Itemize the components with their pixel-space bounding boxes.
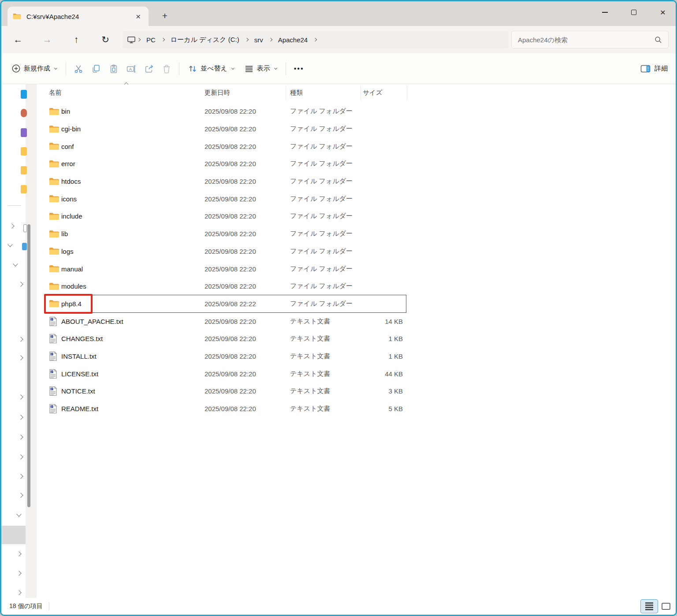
table-row[interactable]: htdocs2025/09/08 22:20ファイル フォルダー (45, 173, 406, 190)
search-icon (655, 36, 662, 44)
search-input[interactable] (518, 36, 655, 44)
explorer-window: C:¥srv¥Apache24 × + × ← → ↑ ↻ PCローカル ディス… (0, 0, 677, 616)
details-pane-button[interactable]: 詳細 (640, 64, 668, 73)
tab-current-folder[interactable]: C:¥srv¥Apache24 × (7, 7, 149, 26)
table-row[interactable]: include2025/09/08 22:20ファイル フォルダー (45, 208, 406, 225)
file-size: 1 KB (388, 335, 403, 342)
chevron-right-icon[interactable] (18, 415, 23, 419)
table-row[interactable]: php8.42025/09/08 22:22ファイル フォルダー (45, 295, 406, 313)
chevron-right-icon[interactable] (18, 337, 23, 341)
more-options-button[interactable]: ••• (290, 65, 309, 73)
breadcrumb-item[interactable]: PC (142, 36, 160, 44)
breadcrumb-item[interactable]: Apache24 (274, 36, 312, 44)
sidebar-item-icon[interactable] (23, 224, 27, 232)
refresh-button[interactable]: ↻ (97, 32, 113, 47)
table-row[interactable]: lib2025/09/08 22:20ファイル フォルダー (45, 225, 406, 243)
sidebar-folder-icon[interactable] (21, 185, 27, 193)
chevron-down-icon (54, 66, 57, 69)
new-tab-button[interactable]: + (158, 9, 171, 22)
chevron-down-icon[interactable] (7, 242, 12, 247)
chevron-right-icon[interactable] (18, 474, 23, 479)
chevron-right-icon[interactable] (16, 590, 21, 595)
view-button[interactable]: 表示 (239, 60, 282, 78)
column-header-name[interactable]: 名前 (49, 89, 62, 97)
breadcrumb-item[interactable]: srv (250, 36, 268, 44)
chevron-right-icon[interactable] (16, 551, 21, 556)
chevron-down-icon[interactable] (13, 261, 18, 266)
chevron-right-icon[interactable] (9, 223, 14, 228)
chevron-right-icon[interactable] (18, 355, 23, 360)
column-header-type[interactable]: 種類 (290, 89, 303, 97)
table-row[interactable]: README.txt2025/09/08 22:20テキスト文書5 KB (45, 400, 406, 418)
table-row[interactable]: error2025/09/08 22:20ファイル フォルダー (45, 155, 406, 173)
chevron-right-icon[interactable] (18, 493, 23, 497)
chevron-right-icon[interactable] (18, 394, 23, 399)
thumbnail-view-toggle[interactable] (662, 603, 670, 610)
chevron-right-icon[interactable] (18, 434, 23, 439)
table-row[interactable]: icons2025/09/08 22:20ファイル フォルダー (45, 190, 406, 208)
tab-title: C:¥srv¥Apache24 (26, 13, 136, 20)
share-button[interactable] (140, 60, 158, 78)
column-divider[interactable] (286, 85, 286, 100)
file-type: ファイル フォルダー (290, 247, 353, 256)
chevron-right-icon[interactable] (16, 571, 21, 575)
table-row[interactable]: manual2025/09/08 22:20ファイル フォルダー (45, 260, 406, 278)
chevron-down-icon (231, 66, 234, 69)
sidebar-item-hover[interactable] (1, 526, 26, 544)
file-date-modified: 2025/09/08 22:20 (205, 248, 256, 255)
chevron-right-icon[interactable] (18, 454, 23, 459)
chevron-right-icon[interactable] (313, 38, 317, 41)
cut-button[interactable] (70, 60, 87, 78)
chevron-right-icon[interactable] (245, 38, 248, 41)
sidebar-folder-icon[interactable] (21, 147, 27, 156)
column-header-size[interactable]: サイズ (363, 89, 383, 97)
table-row[interactable]: NOTICE.txt2025/09/08 22:20テキスト文書3 KB (45, 382, 406, 400)
chevron-right-icon[interactable] (18, 282, 23, 286)
details-view-toggle-active[interactable] (640, 599, 658, 613)
new-item-button[interactable]: 新規作成 (7, 60, 62, 78)
breadcrumb-item[interactable]: ローカル ディスク (C:) (166, 36, 244, 44)
column-header-date[interactable]: 更新日時 (205, 89, 230, 97)
paste-button[interactable] (105, 60, 123, 78)
table-row[interactable]: LICENSE.txt2025/09/08 22:20テキスト文書44 KB (45, 365, 406, 382)
table-row[interactable]: CHANGES.txt2025/09/08 22:20テキスト文書1 KB (45, 330, 406, 348)
trash-icon (162, 64, 171, 74)
file-date-modified: 2025/09/08 22:22 (205, 300, 256, 308)
sidebar-item-icon[interactable] (21, 109, 27, 117)
close-button[interactable]: × (658, 7, 668, 17)
column-divider[interactable] (361, 85, 361, 100)
sidebar-item-icon[interactable] (21, 90, 27, 99)
file-name: include (61, 212, 82, 220)
minimize-button[interactable] (600, 7, 610, 17)
tab-close-icon[interactable]: × (136, 12, 141, 21)
sidebar-item-icon[interactable] (21, 128, 27, 137)
up-button[interactable]: ↑ (68, 32, 84, 47)
chevron-right-icon[interactable] (268, 38, 272, 41)
forward-button[interactable]: → (39, 32, 55, 47)
table-row[interactable]: conf2025/09/08 22:20ファイル フォルダー (45, 137, 406, 155)
table-row[interactable]: INSTALL.txt2025/09/08 22:20テキスト文書1 KB (45, 348, 406, 365)
chevron-down-icon[interactable] (16, 512, 21, 516)
maximize-button[interactable] (629, 7, 639, 17)
search-box[interactable] (511, 31, 669, 48)
table-row[interactable]: bin2025/09/08 22:20ファイル フォルダー (45, 103, 406, 120)
sidebar-item-icon[interactable] (22, 243, 27, 250)
table-row[interactable]: logs2025/09/08 22:20ファイル フォルダー (45, 243, 406, 260)
file-name: modules (61, 282, 86, 290)
rename-button[interactable]: A (123, 60, 140, 78)
column-divider[interactable] (407, 85, 407, 100)
copy-button[interactable] (87, 60, 105, 78)
back-button[interactable]: ← (10, 32, 26, 47)
file-date-modified: 2025/09/08 22:20 (205, 160, 256, 167)
file-size: 3 KB (388, 387, 403, 395)
delete-button[interactable] (158, 60, 175, 78)
table-row[interactable]: ABOUT_APACHE.txt2025/09/08 22:20テキスト文書14… (45, 312, 406, 330)
table-row[interactable]: modules2025/09/08 22:20ファイル フォルダー (45, 278, 406, 295)
chevron-right-icon[interactable] (137, 38, 141, 41)
sort-button[interactable]: 並べ替え (183, 60, 239, 78)
sidebar-folder-icon[interactable] (21, 166, 27, 174)
table-row[interactable]: cgi-bin2025/09/08 22:20ファイル フォルダー (45, 120, 406, 138)
paste-icon (109, 64, 119, 74)
chevron-right-icon[interactable] (161, 38, 165, 41)
sidebar-scrollbar-thumb[interactable] (27, 224, 30, 507)
